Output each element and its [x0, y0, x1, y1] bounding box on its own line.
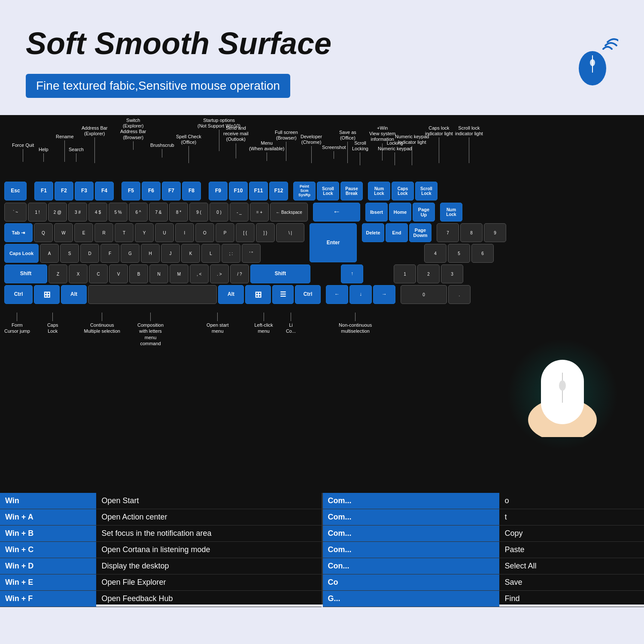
key-num9[interactable]: 9: [484, 223, 506, 242]
key-win-right[interactable]: ⊞: [245, 285, 271, 304]
key-v[interactable]: V: [109, 264, 128, 283]
key-x[interactable]: X: [69, 264, 88, 283]
key-i[interactable]: I: [175, 223, 194, 242]
key-arrow-up[interactable]: ↑: [341, 264, 363, 283]
key-y[interactable]: Y: [135, 223, 154, 242]
key-a[interactable]: A: [40, 244, 59, 263]
key-space[interactable]: [88, 285, 217, 304]
key-slash[interactable]: / ?: [230, 264, 249, 283]
key-equal[interactable]: = +: [250, 203, 269, 222]
key-h[interactable]: H: [141, 244, 160, 263]
key-f9[interactable]: F9: [209, 182, 228, 200]
key-0[interactable]: 0 ): [210, 203, 228, 222]
key-f5[interactable]: F5: [122, 182, 140, 200]
key-caps-lock[interactable]: Caps Look: [4, 244, 39, 263]
key-scroll-lock-ind[interactable]: ScrollLock: [415, 182, 437, 200]
key-num0[interactable]: 0: [401, 285, 447, 304]
key-f[interactable]: F: [100, 244, 119, 263]
key-arrow-down[interactable]: ↓: [349, 285, 372, 304]
key-f4[interactable]: F4: [95, 182, 114, 200]
key-esc[interactable]: Esc: [4, 182, 27, 200]
key-l[interactable]: L: [201, 244, 220, 263]
key-delete[interactable]: Delete: [362, 223, 384, 242]
key-f12[interactable]: F12: [269, 182, 288, 200]
key-num5[interactable]: 5: [448, 244, 470, 263]
key-d[interactable]: D: [80, 244, 99, 263]
key-f11[interactable]: F11: [249, 182, 268, 200]
key-shift-left[interactable]: Shift: [4, 264, 47, 283]
key-6[interactable]: 6 ^: [129, 203, 148, 222]
key-quote[interactable]: ' ": [242, 244, 261, 263]
key-end[interactable]: End: [386, 223, 408, 242]
key-page-up[interactable]: PageUp: [413, 203, 435, 222]
key-8[interactable]: 8 *: [169, 203, 188, 222]
key-f3[interactable]: F3: [75, 182, 94, 200]
key-minus[interactable]: - _: [230, 203, 249, 222]
key-page-down[interactable]: PageDowm: [409, 223, 431, 242]
key-f1[interactable]: F1: [34, 182, 53, 200]
key-z[interactable]: Z: [49, 264, 67, 283]
key-j[interactable]: J: [161, 244, 180, 263]
key-num8[interactable]: 8: [460, 223, 483, 242]
key-num1[interactable]: 1: [394, 264, 416, 283]
key-numdot[interactable]: .: [448, 285, 471, 304]
key-u[interactable]: U: [155, 223, 174, 242]
key-period[interactable]: . >: [210, 264, 229, 283]
key-o[interactable]: O: [195, 223, 214, 242]
key-2[interactable]: 2 @: [48, 203, 67, 222]
key-num2[interactable]: 2: [417, 264, 440, 283]
key-1[interactable]: 1 !: [28, 203, 47, 222]
key-b[interactable]: B: [129, 264, 148, 283]
key-q[interactable]: Q: [34, 223, 53, 242]
key-n[interactable]: N: [149, 264, 168, 283]
key-c[interactable]: C: [89, 264, 108, 283]
key-3[interactable]: 3 #: [68, 203, 87, 222]
key-insert[interactable]: Ibsert: [365, 203, 388, 222]
key-rbracket[interactable]: ] }: [256, 223, 275, 242]
key-arrow-left[interactable]: ←: [326, 285, 348, 304]
key-k[interactable]: K: [181, 244, 200, 263]
key-ctrl-left[interactable]: Ctrl: [4, 285, 33, 304]
key-lbracket[interactable]: [ {: [236, 223, 255, 242]
key-menu[interactable]: ☰: [272, 285, 294, 304]
key-e[interactable]: E: [74, 223, 93, 242]
key-arrow-right[interactable]: →: [373, 285, 395, 304]
key-prtscr[interactable]: PeintScmSysRp: [293, 182, 316, 200]
key-m[interactable]: M: [170, 264, 188, 283]
key-num4[interactable]: 4: [424, 244, 447, 263]
key-p[interactable]: P: [216, 223, 234, 242]
key-s[interactable]: S: [60, 244, 79, 263]
key-g[interactable]: G: [121, 244, 140, 263]
key-alt-left[interactable]: Alt: [61, 285, 87, 304]
key-num7[interactable]: 7: [437, 223, 459, 242]
key-9[interactable]: 9 (: [189, 203, 208, 222]
key-home[interactable]: Home: [389, 203, 411, 222]
key-numlock-pad[interactable]: NumLock: [440, 203, 462, 222]
key-f10[interactable]: F10: [229, 182, 248, 200]
key-backtick[interactable]: ` ~: [4, 203, 27, 222]
key-4[interactable]: 4 $: [88, 203, 107, 222]
key-f2[interactable]: F2: [55, 182, 73, 200]
key-pause[interactable]: PauseBreak: [340, 182, 363, 200]
key-backslash[interactable]: \ |: [276, 223, 304, 242]
key-win-left[interactable]: ⊞: [34, 285, 60, 304]
key-backspace[interactable]: ← Backspace: [270, 203, 308, 222]
key-t[interactable]: T: [115, 223, 134, 242]
key-alt-right[interactable]: Alt: [218, 285, 244, 304]
key-num-lock[interactable]: NumLock: [368, 182, 390, 200]
key-ctrl-right[interactable]: Ctrl: [295, 285, 321, 304]
key-shift-right[interactable]: Shift: [250, 264, 310, 283]
key-num3[interactable]: 3: [441, 264, 463, 283]
key-7[interactable]: 7 &: [149, 203, 168, 222]
key-tab[interactable]: Tab ⇥: [4, 223, 33, 242]
key-backspace-arrow[interactable]: ←: [313, 203, 360, 222]
key-5[interactable]: 5 %: [109, 203, 128, 222]
key-f8[interactable]: F8: [182, 182, 201, 200]
key-semicolon[interactable]: ; :: [222, 244, 240, 263]
key-f6[interactable]: F6: [142, 182, 161, 200]
key-comma[interactable]: , <: [190, 264, 209, 283]
key-w[interactable]: W: [54, 223, 73, 242]
key-scroll-lock[interactable]: ScrollLock: [317, 182, 339, 200]
key-r[interactable]: R: [94, 223, 113, 242]
key-caps-lock-ind[interactable]: CapsLock: [392, 182, 414, 200]
